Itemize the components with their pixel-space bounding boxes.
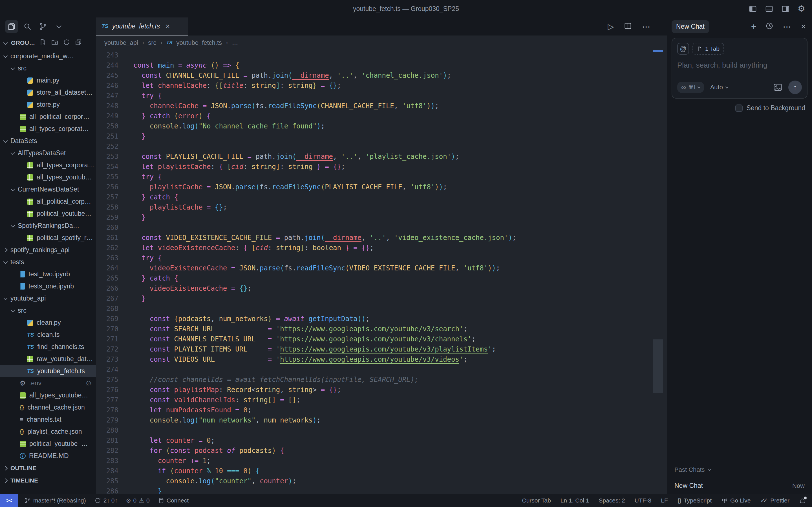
cursor-position-status[interactable]: Ln 1, Col 1 — [560, 497, 589, 504]
tree-item-all-political-corp-[interactable]: all_political_corp… — [0, 195, 96, 208]
eol-status[interactable]: LF — [661, 497, 668, 504]
tree-item--env[interactable]: ⚙.env∅ — [0, 377, 96, 389]
tree-item-political-youtube-[interactable]: political_youtube… — [0, 208, 96, 220]
tree-item-all-types-youtub-[interactable]: all_types_youtub… — [0, 171, 96, 183]
git-sync-status[interactable]: 2↓ 0↑ — [94, 497, 117, 504]
tree-item-spotifyrankingsda-[interactable]: SpotifyRankingsDa… — [0, 220, 96, 232]
tree-item-src[interactable]: src — [0, 304, 96, 317]
git-branch-status[interactable]: master*! (Rebasing) — [24, 497, 86, 504]
tree-item-test-two-ipynb[interactable]: test_two.ipynb — [0, 268, 96, 280]
search-icon[interactable] — [21, 20, 34, 33]
code-token: ; — [223, 203, 227, 211]
tree-item-all-types-corporat-[interactable]: all_types_corporat… — [0, 123, 96, 135]
send-button[interactable]: ↑ — [788, 80, 802, 94]
line-number: 271 — [96, 334, 118, 344]
settings-gear-icon[interactable]: ⚙ — [798, 4, 805, 13]
problems-status[interactable]: ⊗ 0 ⚠ 0 — [126, 497, 150, 504]
breadcrumb-folder[interactable]: src — [148, 39, 156, 47]
tree-item-spotify-rankings-api[interactable]: spotify_rankings_api — [0, 244, 96, 256]
chat-more-icon[interactable]: ⋯ — [783, 22, 792, 32]
tree-item-alltypesdataset[interactable]: AllTypesDataSet — [0, 147, 96, 159]
source-control-icon[interactable] — [37, 20, 50, 33]
encoding-status[interactable]: UTF-8 — [635, 497, 652, 504]
cursor-tab-status[interactable]: Cursor Tab — [522, 497, 551, 504]
tree-item-readme-md[interactable]: iREADME.MD — [0, 450, 96, 462]
breadcrumb-symbol[interactable]: … — [232, 39, 238, 47]
tree-item-src[interactable]: src — [0, 62, 96, 74]
tree-item-find-channels-ts[interactable]: TSfind_channels.ts — [0, 341, 96, 353]
explorer-collapse-chevron-icon[interactable] — [3, 40, 8, 45]
tree-item-tests-one-ipynb[interactable]: tests_one.ipynb — [0, 280, 96, 292]
attach-image-icon[interactable] — [774, 83, 782, 91]
tree-item-main-py[interactable]: main.py — [0, 74, 96, 87]
code-line: 267} — [96, 293, 667, 304]
refresh-icon[interactable] — [63, 39, 70, 47]
language-status[interactable]: {} TypeScript — [677, 497, 712, 504]
connect-status[interactable]: Connect — [158, 497, 189, 504]
tree-item-tests[interactable]: tests — [0, 256, 96, 268]
chat-history-item[interactable]: New Chat Now — [674, 482, 805, 490]
tree-item-all-political-corpor-[interactable]: all_political_corpor… — [0, 111, 96, 123]
split-editor-icon[interactable] — [624, 22, 632, 31]
line-number: 256 — [96, 182, 118, 192]
remote-indicator[interactable]: >< — [0, 494, 18, 507]
indentation-status[interactable]: Spaces: 2 — [599, 497, 625, 504]
scrollbar-thumb[interactable] — [653, 339, 663, 393]
tree-item-channels-txt[interactable]: ≡channels.txt — [0, 413, 96, 426]
model-selector[interactable]: Auto — [710, 83, 728, 91]
chat-history-icon[interactable] — [765, 22, 774, 31]
tree-item-channel-cache-json[interactable]: {}channel_cache.json — [0, 401, 96, 413]
more-views-chevron-icon[interactable] — [52, 20, 65, 33]
code-area[interactable]: 243244const main = async () => {245const… — [96, 50, 667, 494]
sidebar-section-outline[interactable]: OUTLINE — [0, 462, 96, 474]
toggle-bottom-panel-icon[interactable] — [765, 4, 773, 13]
overview-cursor-marker — [653, 50, 663, 52]
tree-item-playlist-cache-json[interactable]: {}playlist_cache.json — [0, 426, 96, 438]
tree-item-political-youtube-[interactable]: political_youtube_… — [0, 438, 96, 450]
tree-item-clean-ts[interactable]: TSclean.ts — [0, 329, 96, 341]
editor-scrollbar[interactable] — [653, 50, 663, 494]
toggle-right-panel-icon[interactable] — [781, 4, 790, 13]
prettier-status[interactable]: ✓✓ Prettier — [760, 497, 790, 504]
tree-item-currentnewsdataset[interactable]: CurrentNewsDataSet — [0, 183, 96, 195]
add-context-button[interactable]: @ — [677, 43, 689, 55]
chat-input-card[interactable]: @ 1 Tab Plan, search, build anything ∞ ⌘… — [672, 38, 808, 99]
tab-youtube-fetch-ts[interactable]: TS youtube_fetch.ts × — [96, 17, 188, 36]
past-chats-toggle[interactable]: Past Chats — [674, 466, 805, 473]
agent-mode-pill[interactable]: ∞ ⌘I — [677, 82, 704, 93]
new-file-icon[interactable] — [39, 39, 47, 47]
new-chat-plus-icon[interactable]: + — [751, 22, 756, 31]
tree-item-store-all-dataset-[interactable]: store_all_dataset… — [0, 87, 96, 99]
context-chip-1-tab[interactable]: 1 Tab — [693, 43, 724, 55]
tab-close-icon[interactable]: × — [165, 22, 170, 31]
tree-item-all-types-corpora-[interactable]: all_types_corpora… — [0, 159, 96, 171]
tree-item-political-spotify-r-[interactable]: political_spotify_r… — [0, 232, 96, 244]
code-token: playlistCache — [150, 183, 203, 191]
chat-input-placeholder[interactable]: Plan, search, build anything — [677, 61, 802, 69]
tree-item-store-py[interactable]: store.py — [0, 99, 96, 111]
more-actions-icon[interactable]: ⋯ — [642, 22, 651, 32]
chat-tab-new-chat[interactable]: New Chat — [672, 20, 709, 33]
go-live-status[interactable]: Go Live — [721, 497, 751, 504]
sidebar-section-timeline[interactable]: TIMELINE — [0, 474, 96, 487]
send-to-background-checkbox[interactable] — [735, 105, 743, 112]
code-token: https://www.googleapis.com/youtube/v3/pl… — [280, 345, 488, 353]
run-file-icon[interactable]: ▷ — [608, 22, 614, 31]
tree-item-corporate-media-w-[interactable]: corporate_media_w… — [0, 50, 96, 62]
code-line-content: let channelCache: {[title: string]: stri… — [133, 80, 341, 91]
tree-item-raw-youtube-dat-[interactable]: raw_youtube_dat… — [0, 353, 96, 365]
chat-close-icon[interactable]: × — [801, 22, 806, 31]
collapse-folders-icon[interactable] — [75, 39, 82, 47]
breadcrumb-folder[interactable]: youtube_api — [104, 39, 138, 47]
tree-item-clean-py[interactable]: clean.py — [0, 317, 96, 329]
explorer-icon[interactable] — [5, 20, 18, 33]
notifications-bell-icon[interactable] — [799, 497, 806, 504]
toggle-left-panel-icon[interactable] — [749, 4, 757, 13]
new-folder-icon[interactable] — [51, 39, 58, 47]
tree-item-all-types-youtube-[interactable]: all_types_youtube… — [0, 389, 96, 401]
tree-item-datasets[interactable]: DataSets — [0, 135, 96, 147]
tree-item-label: README.MD — [29, 452, 69, 460]
tree-item-youtube-api[interactable]: youtube_api — [0, 292, 96, 304]
tree-item-youtube-fetch-ts[interactable]: TSyoutube_fetch.ts — [0, 365, 96, 377]
breadcrumb-file[interactable]: youtube_fetch.ts — [176, 39, 222, 47]
